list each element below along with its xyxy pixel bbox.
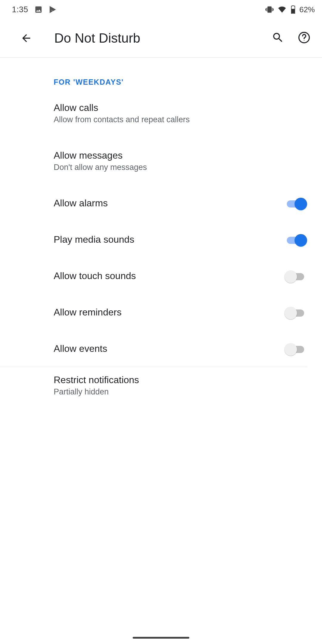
pref-allow-touch-sounds[interactable]: Allow touch sounds bbox=[54, 258, 307, 294]
pref-allow-messages[interactable]: Allow messages Don't allow any messages bbox=[54, 137, 307, 185]
pref-summary: Don't allow any messages bbox=[54, 163, 307, 172]
pref-summary: Partially hidden bbox=[54, 387, 307, 397]
section-label: FOR 'WEEKDAYS' bbox=[54, 58, 307, 89]
app-bar: Do Not Disturb bbox=[0, 19, 322, 57]
page-title: Do Not Disturb bbox=[54, 31, 140, 46]
pref-title: Allow alarms bbox=[54, 198, 284, 209]
pref-allow-alarms[interactable]: Allow alarms bbox=[54, 185, 307, 221]
play-store-icon bbox=[49, 5, 57, 14]
pref-allow-reminders[interactable]: Allow reminders bbox=[54, 294, 307, 330]
pref-play-media-sounds[interactable]: Play media sounds bbox=[54, 221, 307, 258]
pref-title: Allow reminders bbox=[54, 307, 284, 318]
pref-title: Allow events bbox=[54, 343, 284, 354]
battery-percent: 62% bbox=[299, 5, 315, 14]
pref-title: Restrict notifications bbox=[54, 374, 307, 386]
switch-allow-alarms[interactable] bbox=[284, 196, 307, 210]
settings-list: FOR 'WEEKDAYS' Allow calls Allow from co… bbox=[0, 58, 322, 406]
status-right: 62% bbox=[265, 5, 315, 14]
help-button[interactable] bbox=[293, 27, 315, 49]
battery-icon bbox=[290, 5, 296, 14]
pref-summary: Allow from contacts and repeat callers bbox=[54, 115, 307, 124]
help-icon bbox=[298, 31, 310, 45]
pref-title: Allow calls bbox=[54, 102, 307, 113]
switch-play-media-sounds[interactable] bbox=[284, 232, 307, 247]
status-bar: 1:35 62% bbox=[0, 0, 322, 19]
svg-point-2 bbox=[304, 40, 304, 41]
back-button[interactable] bbox=[16, 27, 37, 49]
pref-title: Play media sounds bbox=[54, 234, 284, 245]
vibrate-icon bbox=[265, 5, 274, 14]
pref-allow-events[interactable]: Allow events bbox=[54, 330, 307, 367]
pref-restrict-notifications[interactable]: Restrict notifications Partially hidden bbox=[54, 367, 307, 406]
switch-allow-reminders[interactable] bbox=[284, 305, 307, 320]
status-time: 1:35 bbox=[12, 5, 28, 14]
status-left: 1:35 bbox=[12, 5, 57, 14]
pref-title: Allow messages bbox=[54, 150, 307, 161]
gesture-nav-indicator[interactable] bbox=[133, 637, 189, 639]
search-icon bbox=[272, 31, 284, 45]
pref-title: Allow touch sounds bbox=[54, 270, 284, 281]
search-button[interactable] bbox=[267, 27, 289, 49]
switch-allow-events[interactable] bbox=[284, 341, 307, 356]
wifi-icon bbox=[277, 5, 287, 14]
switch-allow-touch-sounds[interactable] bbox=[284, 268, 307, 283]
photo-icon bbox=[34, 5, 43, 14]
svg-rect-0 bbox=[292, 9, 295, 13]
pref-allow-calls[interactable]: Allow calls Allow from contacts and repe… bbox=[54, 89, 307, 137]
